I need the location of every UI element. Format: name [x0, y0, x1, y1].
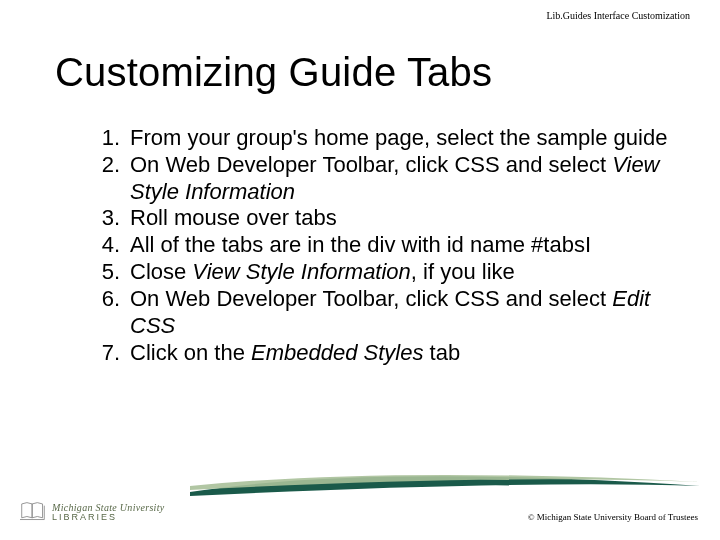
list-item: Roll mouse over tabs [75, 205, 675, 232]
list-item: On Web Developer Toolbar, click CSS and … [75, 286, 675, 340]
slide-footer: Michigan State University LIBRARIES © Mi… [0, 474, 720, 522]
list-item: All of the tabs are in the div with id n… [75, 232, 675, 259]
book-icon [20, 498, 46, 522]
slide-title: Customizing Guide Tabs [55, 50, 492, 95]
logo-text: Michigan State University LIBRARIES [52, 503, 164, 522]
list-item: On Web Developer Toolbar, click CSS and … [75, 152, 675, 206]
instructions-list: From your group's home page, select the … [75, 125, 675, 366]
slide-header: Lib.Guides Interface Customization [546, 10, 690, 21]
copyright-text: © Michigan State University Board of Tru… [528, 512, 698, 522]
swoosh-graphic [190, 470, 700, 498]
list-item: From your group's home page, select the … [75, 125, 675, 152]
list-item: Close View Style Information, if you lik… [75, 259, 675, 286]
list-item: Click on the Embedded Styles tab [75, 340, 675, 367]
logo-libraries: LIBRARIES [52, 513, 164, 522]
msu-libraries-logo: Michigan State University LIBRARIES [20, 498, 164, 522]
